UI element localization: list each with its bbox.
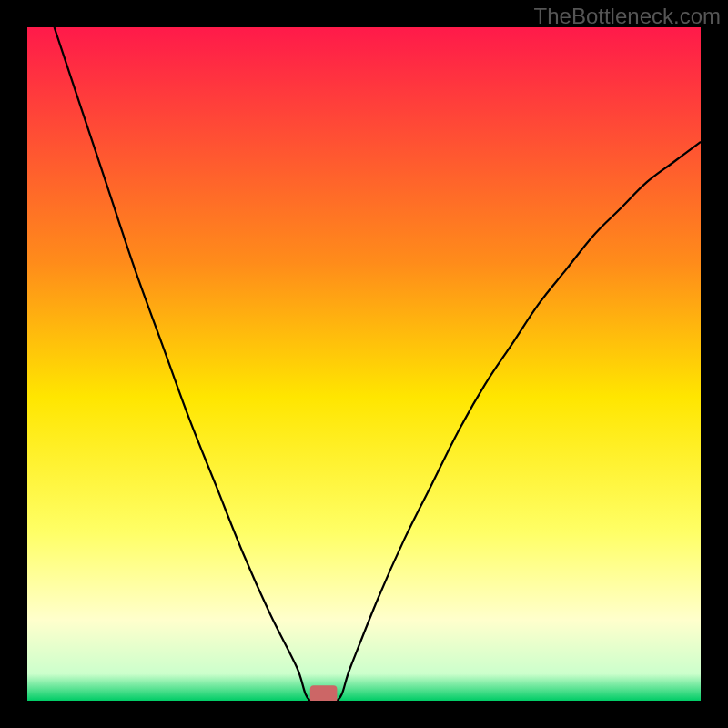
watermark-text: TheBottleneck.com bbox=[534, 4, 721, 29]
plot-background bbox=[27, 27, 701, 701]
optimal-marker bbox=[310, 685, 338, 701]
bottleneck-chart bbox=[27, 27, 701, 701]
